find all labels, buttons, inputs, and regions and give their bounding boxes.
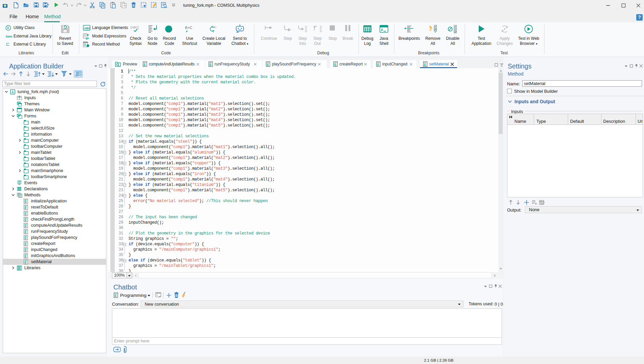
svg-text:a=: a= <box>86 37 89 40</box>
svg-text:ABC: ABC <box>84 27 90 30</box>
svg-text:T: T <box>213 29 215 33</box>
svg-text:Java: Java <box>5 34 12 38</box>
svg-text:B+C: B+C <box>185 26 192 30</box>
svg-text:a=: a= <box>213 25 217 29</box>
svg-text:C: C <box>6 42 9 47</box>
svg-text:A: A <box>11 90 14 94</box>
svg-text:[ABC]: [ABC] <box>131 26 139 29</box>
